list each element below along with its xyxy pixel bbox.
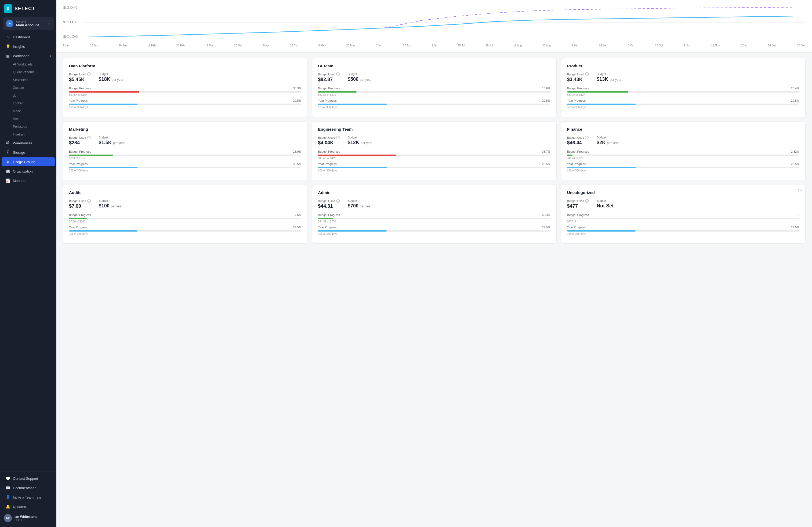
sidebar-item-workloads[interactable]: ▦ Workloads ▾ xyxy=(2,51,55,60)
budget-card-bi-team: BI Team Budget Used ⓘ $82.87 Budget $500… xyxy=(312,58,556,117)
budget-card-product: Product Budget Used ⓘ $3.43K Budget $13K… xyxy=(561,58,806,117)
sidebar-item-contact-support[interactable]: 💬 Contact Support xyxy=(2,474,55,483)
budget-progress-bar-fill xyxy=(318,154,396,156)
budget-used-value: $82.87 xyxy=(318,77,340,82)
budget-used-info-icon[interactable]: ⓘ xyxy=(87,73,91,76)
workloads-icon: ▦ xyxy=(5,54,10,58)
sidebar-item-organization[interactable]: 🏢 Organization xyxy=(2,167,55,176)
sidebar-item-insights[interactable]: 💡 Insights xyxy=(2,42,55,51)
budget-value: $500 per year xyxy=(348,76,372,82)
budget-period: per year xyxy=(361,141,373,145)
sidebar-navigation: ⌂ Dashboard 💡 Insights ▦ Workloads ▾ All… xyxy=(0,32,56,471)
budget-used-col: Budget Used ⓘ $4.04K xyxy=(318,136,340,146)
budget-card-engineering-team: Engineering Team Budget Used ⓘ $4.04K Bu… xyxy=(312,121,556,180)
svg-text:$10K: $10K xyxy=(63,21,77,24)
year-progress-bar-fill xyxy=(69,104,137,105)
budget-progress-bar-fill xyxy=(69,218,87,219)
sidebar-subitem-dbt[interactable]: dbt xyxy=(2,92,55,99)
year-progress-sub: 108 of 366 days xyxy=(318,169,550,172)
year-progress-sub: 108 of 366 days xyxy=(567,232,799,235)
budget-col: Budget $700 per year xyxy=(348,199,372,209)
budget-used-info-icon[interactable]: ⓘ xyxy=(336,73,340,76)
sidebar-item-documentation[interactable]: 📖 Documentation xyxy=(2,483,55,492)
sidebar-subitem-periscope[interactable]: Periscope xyxy=(2,123,55,131)
budget-label: Budget xyxy=(597,199,613,202)
budget-progress-section: Budget Progress 33.7% $4.04K of $12K xyxy=(318,150,550,160)
sidebar-item-warehouses[interactable]: 🏛 Warehouses xyxy=(2,138,55,148)
budget-used-label: Budget Used ⓘ xyxy=(69,73,91,76)
budget-value: Not Set xyxy=(597,203,613,209)
year-progress-bar-fill xyxy=(567,230,636,231)
warehouses-icon: 🏛 xyxy=(5,141,10,145)
budget-row: Budget Used ⓘ $44.31 Budget $700 per yea… xyxy=(318,199,550,209)
sidebar-item-updates[interactable]: 🔔 Updates xyxy=(2,502,55,511)
sidebar-item-usage-groups[interactable]: ◈ Usage Groups xyxy=(2,157,55,166)
sidebar-subitem-all-workloads[interactable]: All Workloads xyxy=(2,61,55,68)
sidebar-subitem-hex[interactable]: Hex xyxy=(2,115,55,123)
budget-used-info-icon[interactable]: ⓘ xyxy=(585,199,589,202)
budget-row: Budget Used ⓘ $7.60 Budget $100 per year xyxy=(69,199,301,209)
sidebar-subitem-query-patterns[interactable]: Query Patterns xyxy=(2,69,55,76)
year-progress-sub: 108 of 366 days xyxy=(318,106,550,109)
budget-period: per year xyxy=(113,141,125,145)
budget-progress-section: Budget Progress 2.32% $46.44 of $2K xyxy=(567,150,799,160)
budget-used-info-icon[interactable]: ⓘ xyxy=(87,199,91,202)
budget-progress-pct: - xyxy=(798,213,799,216)
contact-support-icon: 💬 xyxy=(5,476,10,481)
budget-value: $2K per year xyxy=(597,140,619,146)
budget-value: $12K per year xyxy=(348,140,373,146)
budget-used-col: Budget Used ⓘ $284 xyxy=(69,136,91,146)
budget-progress-pct: 2.32% xyxy=(791,150,799,153)
sidebar-subitem-custom[interactable]: Custom xyxy=(2,84,55,91)
year-progress-bar-fill xyxy=(567,167,636,168)
budget-label: Budget xyxy=(597,136,619,139)
budget-used-info-icon[interactable]: ⓘ xyxy=(336,199,340,202)
sidebar-item-storage[interactable]: 🗄 Storage xyxy=(2,148,55,157)
year-progress-label: Year Progress xyxy=(318,162,336,166)
budget-used-col: Budget Used ⓘ $7.60 xyxy=(69,199,91,209)
budget-label: Budget xyxy=(348,199,372,202)
chevron-down-icon: ▾ xyxy=(50,55,51,57)
sidebar-footer: 💬 Contact Support 📖 Documentation 👤 Invi… xyxy=(0,471,56,527)
budget-used-col: Budget Used ⓘ $3.43K xyxy=(567,73,589,82)
account-info: Account Main Account xyxy=(16,20,44,27)
budget-progress-pct: 6.33% xyxy=(542,213,550,216)
budget-used-info-icon[interactable]: ⓘ xyxy=(336,136,340,139)
account-selector[interactable]: ✦ Account Main Account ⌃↕ xyxy=(3,17,54,30)
budget-progress-header: Budget Progress 16.6% xyxy=(318,87,550,90)
sidebar-item-label: Contact Support xyxy=(13,477,38,481)
year-progress-sub: 108 of 366 days xyxy=(567,106,799,109)
budget-used-info-icon[interactable]: ⓘ xyxy=(87,136,91,139)
card-title: Product xyxy=(567,64,799,68)
budget-card-uncategorized: ⓘ Uncategorized Budget Used ⓘ $477 Budge… xyxy=(561,185,806,244)
budget-used-label: Budget Used ⓘ xyxy=(69,199,91,202)
sidebar-subitem-looker[interactable]: Looker xyxy=(2,100,55,107)
budget-card-marketing: Marketing Budget Used ⓘ $284 Budget $1.5… xyxy=(63,121,307,180)
budget-col: Budget $12K per year xyxy=(348,136,373,146)
uncategorized-info-icon[interactable]: ⓘ xyxy=(798,189,801,192)
sidebar-item-label: Dashboard xyxy=(13,35,30,39)
budget-progress-bar-fill xyxy=(318,218,333,219)
user-profile[interactable]: IW Ian Whitestone SELECT xyxy=(0,511,56,525)
year-progress-bar-bg xyxy=(318,104,550,105)
budget-used-info-icon[interactable]: ⓘ xyxy=(585,136,589,139)
sidebar-subitem-fivetran[interactable]: Fivetran xyxy=(2,131,55,138)
sidebar-subitem-serverless[interactable]: Serverless xyxy=(2,76,55,84)
year-progress-label: Year Progress xyxy=(567,226,586,229)
year-progress-label: Year Progress xyxy=(318,226,336,229)
sidebar-item-dashboard[interactable]: ⌂ Dashboard xyxy=(2,32,55,42)
budget-used-info-icon[interactable]: ⓘ xyxy=(585,73,589,76)
sidebar-item-invite-teammate[interactable]: 👤 Invite a Teammate xyxy=(2,493,55,502)
budget-progress-bar-bg xyxy=(69,154,301,156)
budget-used-col: Budget Used ⓘ $477 xyxy=(567,199,589,209)
budget-progress-label: Budget Progress xyxy=(69,87,91,90)
sidebar-item-monitors[interactable]: 📈 Monitors xyxy=(2,176,55,185)
sidebar-subitem-mode[interactable]: Mode xyxy=(2,107,55,115)
year-progress-sub: 108 of 366 days xyxy=(318,232,550,235)
svg-text:$0.00: $0.00 xyxy=(63,35,78,38)
budget-value: $18K per year xyxy=(99,76,124,82)
budget-used-value: $7.60 xyxy=(69,204,91,209)
budget-progress-label: Budget Progress xyxy=(567,87,589,90)
year-progress-bar-bg xyxy=(69,230,301,231)
monitors-icon: 📈 xyxy=(5,178,10,183)
